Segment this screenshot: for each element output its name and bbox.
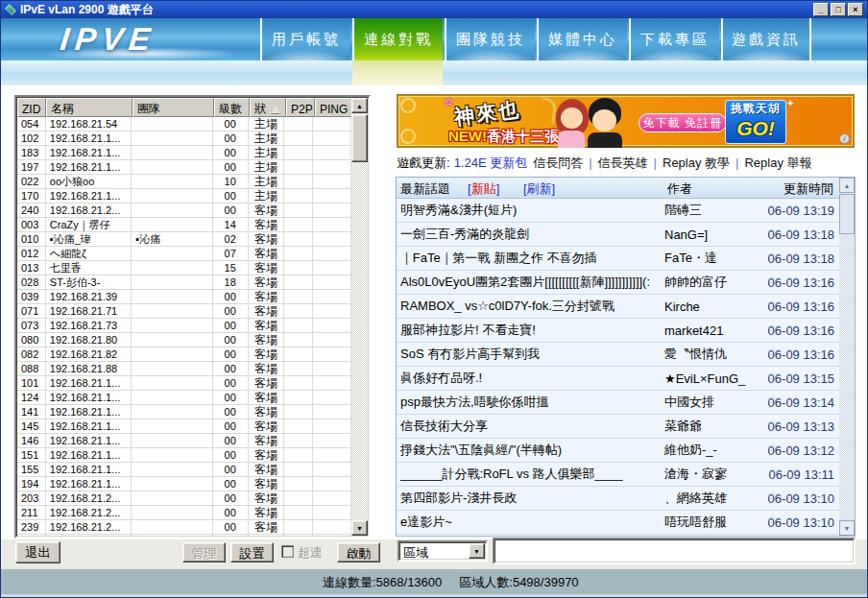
chat-input[interactable] [494,539,854,562]
player-row[interactable]: 155192.168.21.1...00客場 [17,463,351,477]
scroll-down-icon[interactable]: ▼ [839,520,855,536]
topic-row[interactable]: RAMBOX_ vs☆c0lD7Y-fok.三分封號戰Kirche06-09 1… [397,295,839,319]
ad-banner[interactable]: ✿ 神來也 NEW!香港十三張 免下載 免註冊 挑戰天胡 GO! ✦ i [397,94,855,148]
player-row[interactable]: 239192.168.21.2...00客場 [17,520,351,535]
player-row[interactable]: 013七里香15客場 [17,261,351,275]
scrollbar-thumb[interactable] [351,114,368,162]
scroll-up-icon[interactable]: ▲ [351,98,368,113]
hyperlink-checkbox[interactable] [281,545,294,558]
player-row[interactable]: 170192.168.21.1...00主場 [17,189,351,203]
player-row[interactable]: 240192.168.21.2...00客場 [17,203,351,218]
topic-title[interactable]: ｜FaTe｜第一戰 新團之作 不喜勿插 [397,250,664,267]
settings-button[interactable]: 設置 [230,542,274,562]
player-row[interactable]: 211192.168.21.2...00客場 [17,506,351,520]
update-link[interactable]: 信長問答 [533,155,583,170]
scroll-down-icon[interactable]: ▼ [351,520,368,536]
topic-title[interactable]: 明智秀滿&淺井(短片) [397,202,664,219]
player-row[interactable]: 102192.168.21.1...00主場 [17,132,351,146]
player-row[interactable]: 073192.168.21.7300客場 [17,319,351,333]
topic-row[interactable]: 信長技術大分享菜爺爺06-09 13:13 [397,415,839,439]
topic-title[interactable]: SoS 有冇影片高手幫到我 [397,346,664,363]
topic-row[interactable]: 眞係好冇品呀.!★EviL×FunG_06-09 13:15 [397,367,839,391]
column-header-級數[interactable]: 級數 [214,98,250,117]
close-button[interactable]: × [848,3,863,16]
scroll-up-icon[interactable]: ▲ [839,178,855,193]
player-row[interactable]: 145192.168.21.1...00客場 [17,419,351,434]
player-row[interactable]: 194192.168.21.1...00客場 [17,477,351,491]
ad-info-icon[interactable]: i [839,133,850,144]
update-link[interactable]: 信長英雄 [598,155,648,170]
topic-title[interactable]: RAMBOX_ vs☆c0lD7Y-fok.三分封號戰 [397,298,664,315]
tab-info[interactable]: 遊戲資訊 [721,18,811,60]
topic-row[interactable]: psp最快方法,唔駛你係咁搵中國女排06-09 13:14 [397,391,839,415]
player-row[interactable]: 003CraZy｜塄仔14客場 [17,218,351,232]
refresh-link[interactable]: [刷新] [523,180,555,198]
player-row[interactable]: 141192.168.21.1...00客場 [17,405,351,419]
topic-row[interactable]: Als0L0vEyoU團第2套團片[[[[[[[[[[新陣]]]]]]]]]]]… [397,271,839,295]
column-header-P2P[interactable]: P2P [286,98,315,117]
topic-title[interactable]: 一劍三百-秀滿的炎龍劍 [397,226,664,243]
new-post-link[interactable]: [新貼] [468,180,499,198]
player-row[interactable]: 022oo小狼oo10主場 [17,175,351,189]
tab-team[interactable]: 團隊競技 [445,18,535,60]
go-button[interactable]: 挑戰天胡 GO! [725,100,786,144]
forum-scrollbar-track[interactable]: ▲ ▼ [839,178,855,536]
player-row[interactable]: 039192.168.21.3900客場 [17,290,351,304]
column-header-PING[interactable]: PING [315,98,353,117]
player-row[interactable]: 197192.168.21.1...00主場 [17,160,351,175]
player-scrollbar-track[interactable]: ▲ ▼ [351,98,368,536]
topic-title[interactable]: psp最快方法,唔駛你係咁搵 [397,394,664,411]
player-row[interactable]: 203192.168.21.2...00客場 [17,491,351,506]
manage-button[interactable]: 管理 [182,542,226,562]
player-row[interactable]: 寵物小精靈準備 [17,535,351,536]
player-row[interactable]: 082192.168.21.8200客場 [17,347,351,362]
patch-link[interactable]: 1.24E 更新包 [454,155,528,170]
launch-button[interactable]: 啟動 [337,542,380,562]
topic-row[interactable]: e達影片~唔玩唔舒服06-09 13:10 [397,511,839,535]
region-dropdown[interactable]: 區域 ▼ [398,540,488,562]
player-row[interactable]: 146192.168.21.1...00客場 [17,434,351,448]
topic-title[interactable]: 第四部影片-淺井長政 [397,490,664,507]
column-header-名稱[interactable]: 名稱 [46,98,133,117]
maximize-button[interactable]: □ [831,3,846,16]
player-row[interactable]: 071192.168.21.7100客場 [17,304,351,319]
topic-row[interactable]: ______計分戰:RoFL vs 路人俱樂部____滄海・寂寥06-09 13… [397,463,839,487]
topic-title[interactable]: 掙錢大法"\五陰眞經/"(半轉帖) [397,442,664,459]
topic-row[interactable]: ｜FaTe｜第一戰 新團之作 不喜勿插FaTe・達06-09 13:18 [397,247,839,271]
topic-row[interactable]: 掙錢大法"\五陰眞經/"(半轉帖)維他奶-_-06-09 13:12 [397,439,839,463]
update-link[interactable]: Replay 教學 [663,155,730,170]
topic-row[interactable]: 一劍三百-秀滿的炎龍劍NanG=]06-09 13:18 [397,223,839,247]
topic-title[interactable]: Als0L0vEyoU團第2套團片[[[[[[[[[[新陣]]]]]]]]]]]… [397,274,664,291]
column-header-ZID[interactable]: ZID [17,98,46,117]
player-row[interactable]: 012ヘ細龍ζ07客場 [17,247,351,261]
tab-battle[interactable]: 連線對戰 [352,18,443,60]
topic-title[interactable]: e達影片~ [397,514,664,531]
topic-row[interactable]: 明智秀滿&淺井(短片)階磚三06-09 13:19 [397,199,839,223]
topic-title[interactable]: 信長技術大分享 [397,418,664,435]
update-link[interactable]: Replay 舉報 [744,155,811,170]
column-header-團隊[interactable]: 團隊 [133,98,214,117]
topic-row[interactable]: 服部神拉影片! 不看走寶!market42106-09 13:16 [397,319,839,343]
tab-download[interactable]: 下載專區 [629,18,719,60]
player-row[interactable]: 183192.168.21.1...00主場 [17,146,351,160]
topic-row[interactable]: 第四部影片-淺井長政、網絡英雄06-09 13:10 [397,487,839,511]
chevron-down-icon[interactable]: ▼ [469,543,485,559]
player-row[interactable]: 028ST-彭伯-3-18客場 [17,275,351,290]
topic-title[interactable]: 眞係好冇品呀.! [397,370,664,387]
player-row[interactable]: 088192.168.21.8800客場 [17,362,351,376]
player-row[interactable]: 010▪沁痛_瑋▪沁痛02客場 [17,232,351,247]
player-row[interactable]: 080192.168.21.8000客場 [17,333,351,347]
exit-button[interactable]: 退出 [15,541,60,563]
player-row[interactable]: 101192.168.21.1...00客場 [17,376,351,391]
minimize-button[interactable]: _ [813,3,829,16]
scrollbar-thumb[interactable] [839,194,855,234]
player-row[interactable]: 124192.168.21.1...00客場 [17,391,351,405]
topic-title[interactable]: ______計分戰:RoFL vs 路人俱樂部____ [397,466,664,483]
column-header-狀[interactable]: 狀 [250,98,286,117]
free-play-button[interactable]: 免下載 免註冊 [639,113,727,132]
tab-account[interactable]: 用戶帳號 [260,18,350,60]
topic-title[interactable]: 服部神拉影片! 不看走寶! [397,322,664,339]
topic-row[interactable]: SoS 有冇影片高手幫到我愛〝恨情仇06-09 13:16 [397,343,839,367]
player-row[interactable]: 054192.168.21.5400主場 [17,117,351,132]
tab-media[interactable]: 媒體中心 [537,18,627,60]
